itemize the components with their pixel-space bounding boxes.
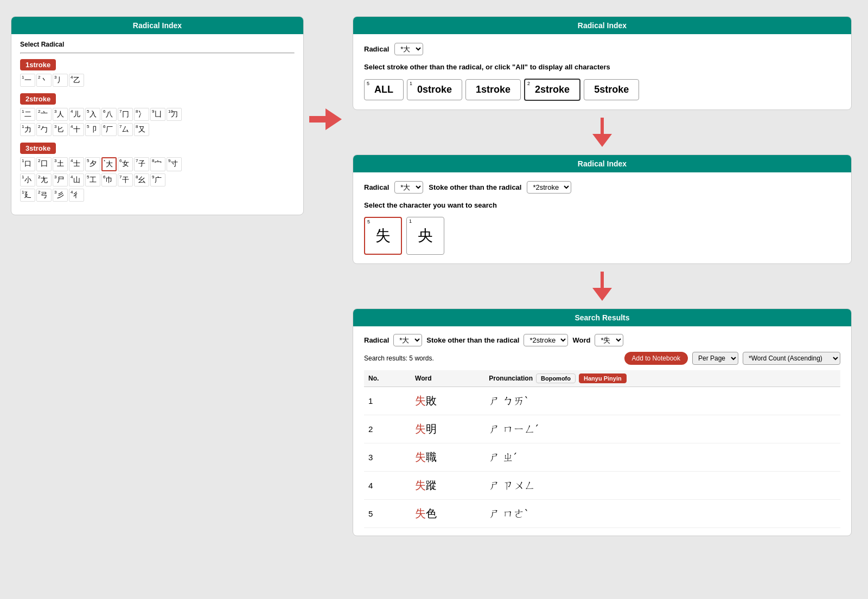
hanyu-pinyin-tab[interactable]: Hanyu Pinyin [579, 373, 627, 383]
row-word[interactable]: 失職 [411, 443, 484, 472]
row-pronunciation: ㄕ ㄇㄧㄥˊ [484, 415, 840, 443]
char-item[interactable]: 9广 [150, 173, 165, 186]
char-item[interactable]: 8宀 [150, 157, 165, 171]
row-no: 1 [364, 387, 411, 415]
stroke-section-3: 3stroke 1口 2囗 3土 4士 5夕 *大 6女 7子 8宀 9寸 1小… [20, 143, 295, 202]
char-item[interactable]: 4乙 [69, 74, 84, 87]
char-panel-header: Radical Index [353, 155, 851, 172]
radical-label-2: Radical [364, 183, 389, 191]
char-item[interactable]: 3彡 [53, 189, 68, 202]
results-table-body: 1 失敗 ㄕ ㄅㄞˋ 2 失明 ㄕ ㄇㄧㄥˊ 3 失職 ㄕ ㄓˊ [364, 387, 840, 528]
table-row: 4 失蹤 ㄕ ㄗㄨㄥ [364, 472, 840, 500]
radical-select-1[interactable]: *大 [394, 43, 423, 55]
char-item[interactable]: 6女 [118, 157, 133, 171]
down-arrow-1 [347, 118, 857, 147]
row-word[interactable]: 失敗 [411, 387, 484, 415]
results-meta-row: Search results: 5 words. Add to Notebook… [364, 352, 840, 365]
right-panels-container: Radical Index Radical *大 Select stroke o… [347, 11, 857, 542]
char-item[interactable]: 7厶 [118, 123, 133, 136]
char-item[interactable]: 2亠 [36, 108, 52, 121]
stroke-buttons-row: 5ALL 10stroke 1stroke 22stroke 5stroke [364, 79, 840, 101]
char-item[interactable]: 9寸 [167, 157, 182, 171]
per-page-select[interactable]: Per Page [692, 352, 738, 365]
char-item[interactable]: 8冫 [134, 108, 149, 121]
down-arrow-2 [347, 272, 857, 301]
char-item[interactable]: 4士 [69, 157, 84, 171]
char-item[interactable]: 4儿 [69, 108, 84, 121]
right-arrow-container [304, 11, 347, 130]
results-stroke-select[interactable]: *2stroke [524, 334, 568, 346]
char-item[interactable]: 3人 [53, 108, 68, 121]
row-pronunciation: ㄕ ㄓˊ [484, 443, 840, 472]
results-radical-select[interactable]: *大 [393, 334, 422, 346]
th-pronunciation: Pronunciation Bopomofo Hanyu Pinyin [484, 370, 840, 387]
char-row-2a: 1二 2亠 3人 4儿 5入 6八 7冂 8冫 9凵 10刀 [20, 108, 295, 121]
char-item[interactable]: 6八 [101, 108, 117, 121]
char-item[interactable]: 3尸 [53, 173, 68, 186]
row-pronunciation: ㄕ ㄗㄨㄥ [484, 472, 840, 500]
char-item[interactable]: 2弓 [36, 189, 52, 202]
stroke-btn-1[interactable]: 1stroke [465, 79, 521, 100]
char-item[interactable]: 8幺 [134, 173, 149, 186]
char-selection-panel: Radical Index Radical *大 Stoke other tha… [353, 154, 852, 264]
char-item[interactable]: 2丶 [36, 74, 52, 87]
char-item-highlighted[interactable]: *大 [101, 157, 117, 171]
char-item[interactable]: 3丿 [53, 74, 68, 87]
results-panel-title: Search Results [575, 313, 629, 322]
radical-select-2[interactable]: *大 [394, 181, 423, 194]
char-item[interactable]: 7子 [134, 157, 149, 171]
char-item[interactable]: 7干 [118, 173, 133, 186]
char-item[interactable]: 2尢 [36, 173, 52, 186]
table-row: 2 失明 ㄕ ㄇㄧㄥˊ [364, 415, 840, 443]
radical-label-1: Radical [364, 45, 389, 53]
char-item[interactable]: 6厂 [101, 123, 117, 136]
char-item[interactable]: 4十 [69, 123, 84, 136]
row-word[interactable]: 失色 [411, 500, 484, 528]
results-table: No. Word Pronunciation Bopomofo Hanyu Pi… [364, 370, 840, 528]
results-word-select[interactable]: *失 [595, 334, 623, 346]
row-word[interactable]: 失明 [411, 415, 484, 443]
stroke-btn-2[interactable]: 22stroke [524, 79, 580, 101]
add-to-notebook-button[interactable]: Add to Notebook [624, 352, 688, 365]
char-item[interactable]: 1口 [20, 157, 35, 171]
sort-select[interactable]: *Word Count (Ascending) [743, 352, 840, 365]
char-item[interactable]: 5卩 [85, 123, 100, 136]
char-item[interactable]: 5工 [85, 173, 100, 186]
char-item[interactable]: 1二 [20, 108, 35, 121]
results-panel-header: Search Results [353, 309, 851, 326]
meta-right: Add to Notebook Per Page *Word Count (As… [624, 352, 840, 365]
row-word[interactable]: 失蹤 [411, 472, 484, 500]
row-pronunciation: ㄕ ㄅㄞˋ [484, 387, 840, 415]
bopomofo-tab[interactable]: Bopomofo [536, 373, 576, 383]
stroke-section-2: 2stroke 1二 2亠 3人 4儿 5入 6八 7冂 8冫 9凵 10刀 1… [20, 93, 295, 136]
char-item[interactable]: 10刀 [167, 108, 182, 121]
row-pronunciation: ㄕ ㄇㄜˋ [484, 500, 840, 528]
char-item[interactable]: 3土 [53, 157, 68, 171]
char-item[interactable]: 4山 [69, 173, 84, 186]
stroke-badge-2: 2stroke [20, 93, 56, 105]
char-item[interactable]: 2囗 [36, 157, 52, 171]
char-item[interactable]: 3匕 [53, 123, 68, 136]
char-item[interactable]: 5夕 [85, 157, 100, 171]
stroke-btn-0[interactable]: 10stroke [407, 79, 462, 100]
radical-row-2: Radical *大 Stoke other than the radical … [364, 181, 840, 194]
table-row: 1 失敗 ㄕ ㄅㄞˋ [364, 387, 840, 415]
char-item[interactable]: 7冂 [118, 108, 133, 121]
stroke-btn-5[interactable]: 5stroke [584, 79, 639, 100]
row-no: 5 [364, 500, 411, 528]
char-item[interactable]: 2勹 [36, 123, 52, 136]
char-item[interactable]: 1小 [20, 173, 35, 186]
stroke-btn-all[interactable]: 5ALL [364, 79, 404, 100]
char-item[interactable]: 5入 [85, 108, 100, 121]
stroke-select-2[interactable]: *2stroke [527, 181, 571, 194]
char-item[interactable]: 8又 [134, 123, 149, 136]
char-item[interactable]: 9凵 [150, 108, 165, 121]
char-btn-shi[interactable]: 5 失 [364, 217, 402, 255]
char-item[interactable]: 1廴 [20, 189, 35, 202]
char-item[interactable]: 1力 [20, 123, 35, 136]
results-stroke-label: Stoke other than the radical [426, 336, 519, 344]
char-btn-yang[interactable]: 1 央 [406, 217, 444, 255]
char-item[interactable]: 4彳 [69, 189, 84, 202]
char-item[interactable]: 1一 [20, 74, 35, 87]
char-item[interactable]: 6巾 [101, 173, 117, 186]
